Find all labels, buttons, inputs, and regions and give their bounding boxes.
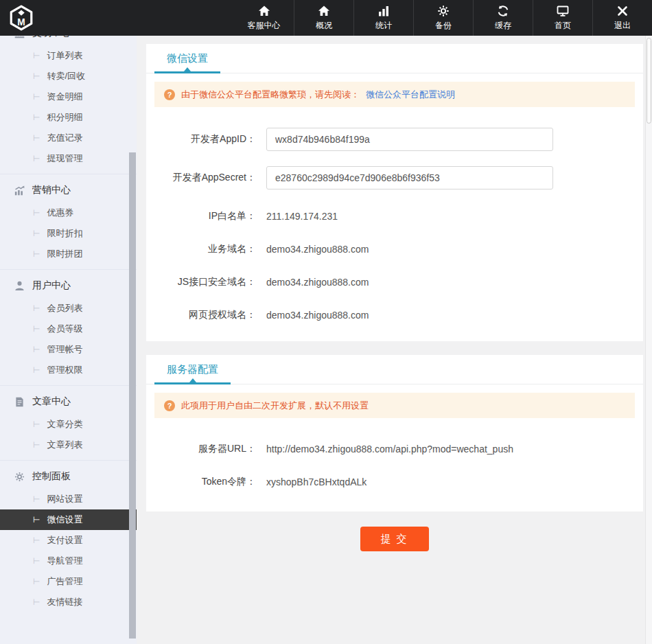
field-label-web-auth-domain: 网页授权域名： bbox=[167, 309, 256, 321]
sidebar-item-label: 文章分类 bbox=[47, 418, 82, 430]
sidebar-item-site-settings[interactable]: ⊢网站设置 bbox=[0, 489, 137, 509]
sidebar-section-head-trade[interactable]: 交易中心 bbox=[0, 36, 137, 43]
appid-input[interactable] bbox=[266, 128, 553, 151]
form-row-token: Token令牌：xyshopBh7cBHxtqdALk bbox=[167, 470, 622, 494]
field-value-server-url: http://demo34.zhigou888.com/api.php?mod=… bbox=[266, 437, 513, 461]
sidebar-scrollbar-thumb[interactable] bbox=[129, 152, 136, 639]
question-icon: ? bbox=[164, 400, 175, 411]
page-scrollbar[interactable] bbox=[645, 36, 652, 644]
submit-button[interactable]: 提 交 bbox=[360, 527, 429, 551]
monitor-icon bbox=[556, 4, 570, 18]
nav-item-label: 客服中心 bbox=[248, 20, 281, 32]
sidebar-section-head-panel[interactable]: 控制面板 bbox=[0, 466, 137, 487]
sidebar-item-label: 管理帐号 bbox=[47, 343, 82, 356]
sidebar-item-article-category[interactable]: ⊢文章分类 bbox=[0, 414, 137, 435]
sidebar-section-user: 用户中心⊢会员列表⊢会员等级⊢管理帐号⊢管理权限 bbox=[0, 269, 137, 380]
sidebar-item-label: 文章列表 bbox=[47, 439, 82, 451]
form-row-business-domain: 业务域名：demo34.zhigou888.com bbox=[167, 238, 622, 261]
sidebar-section-head-marketing[interactable]: 营销中心 bbox=[0, 180, 137, 200]
close-icon bbox=[616, 4, 629, 18]
tab-wechat-settings[interactable]: 微信设置 bbox=[154, 44, 220, 73]
sidebar-section-head-user[interactable]: 用户中心 bbox=[0, 275, 137, 296]
sidebar-item-member-level[interactable]: ⊢会员等级 bbox=[0, 319, 137, 339]
doc-icon bbox=[14, 396, 25, 408]
notice-banner: ? 此项用于用户自由二次开发扩展，默认不用设置 bbox=[154, 393, 635, 418]
branch-icon: ⊢ bbox=[33, 51, 40, 60]
sidebar-item-resell-recycle[interactable]: ⊢转卖/回收 bbox=[0, 66, 137, 87]
branch-icon: ⊢ bbox=[33, 249, 40, 259]
sidebar-section-marketing: 营销中心⊢优惠券⊢限时折扣⊢限时拼团 bbox=[0, 174, 137, 264]
question-icon: ? bbox=[164, 89, 175, 100]
sidebar-section-label: 营销中心 bbox=[32, 184, 71, 196]
sidebar-item-pay-settings[interactable]: ⊢支付设置 bbox=[0, 530, 137, 551]
sidebar-item-member-list[interactable]: ⊢会员列表 bbox=[0, 298, 137, 319]
field-label-token: Token令牌： bbox=[167, 476, 256, 488]
config-guide-link[interactable]: 微信公众平台配置说明 bbox=[366, 89, 455, 101]
nav-item-stats[interactable]: 统计 bbox=[353, 0, 413, 36]
sidebar: 交易中心⊢订单列表⊢转卖/回收⊢资金明细⊢积分明细⊢充值记录⊢提现管理营销中心⊢… bbox=[0, 36, 137, 644]
sidebar-item-order-list[interactable]: ⊢订单列表 bbox=[0, 45, 137, 66]
user-icon bbox=[14, 280, 25, 292]
sidebar-item-article-list[interactable]: ⊢文章列表 bbox=[0, 435, 137, 455]
notice-text: 由于微信公众平台配置略微繁琐，请先阅读： bbox=[181, 89, 360, 101]
sidebar-section-head-article[interactable]: 文章中心 bbox=[0, 391, 137, 412]
branch-icon: ⊢ bbox=[33, 71, 40, 81]
sidebar-item-nav-manage[interactable]: ⊢导航管理 bbox=[0, 551, 137, 571]
cube-m-logo-icon: M bbox=[8, 5, 34, 31]
sidebar-item-label: 管理权限 bbox=[47, 364, 82, 376]
nav-item-label: 统计 bbox=[375, 20, 392, 32]
sidebar-item-friend-links[interactable]: ⊢友情链接 bbox=[0, 592, 137, 612]
sidebar-item-flash-discount[interactable]: ⊢限时折扣 bbox=[0, 223, 137, 244]
sidebar-item-fund-detail[interactable]: ⊢资金明细 bbox=[0, 87, 137, 107]
sidebar-item-withdraw-manage[interactable]: ⊢提现管理 bbox=[0, 148, 137, 169]
top-navigation: 客服中心概况统计备份缓存首页退出 bbox=[234, 0, 652, 36]
nav-item-service-center[interactable]: 客服中心 bbox=[234, 0, 294, 36]
sidebar-item-label: 微信设置 bbox=[47, 514, 82, 526]
sidebar-item-coupon[interactable]: ⊢优惠券 bbox=[0, 203, 137, 223]
appsecret-input[interactable] bbox=[266, 166, 553, 189]
nav-item-overview[interactable]: 概况 bbox=[294, 0, 353, 36]
sidebar-item-ad-manage[interactable]: ⊢广告管理 bbox=[0, 571, 137, 592]
nav-item-label: 首页 bbox=[555, 20, 571, 32]
form-row-js-safe-domain: JS接口安全域名：demo34.zhigou888.com bbox=[167, 271, 622, 294]
app-logo[interactable]: M bbox=[8, 5, 34, 31]
sidebar-item-admin-account[interactable]: ⊢管理帐号 bbox=[0, 339, 137, 360]
tab-server-config[interactable]: 服务器配置 bbox=[154, 355, 231, 384]
form-row-server-url: 服务器URL：http://demo34.zhigou888.com/api.p… bbox=[167, 437, 622, 461]
branch-icon: ⊢ bbox=[33, 324, 40, 334]
field-label-ip-whitelist: IP白名单： bbox=[167, 210, 256, 222]
field-label-business-domain: 业务域名： bbox=[167, 243, 256, 255]
nav-item-homepage[interactable]: 首页 bbox=[533, 0, 592, 36]
sidebar-item-group-buy[interactable]: ⊢限时拼团 bbox=[0, 244, 137, 264]
page-scrollbar-thumb[interactable] bbox=[647, 38, 651, 124]
field-value-js-safe-domain: demo34.zhigou888.com bbox=[266, 271, 369, 294]
sidebar-item-label: 优惠券 bbox=[47, 207, 73, 219]
branch-icon: ⊢ bbox=[33, 597, 40, 607]
card-header: 服务器配置 bbox=[146, 355, 643, 384]
field-value-web-auth-domain: demo34.zhigou888.com bbox=[266, 303, 369, 327]
field-label-server-url: 服务器URL： bbox=[167, 443, 256, 455]
form-row-web-auth-domain: 网页授权域名：demo34.zhigou888.com bbox=[167, 303, 622, 327]
notice-text: 此项用于用户自由二次开发扩展，默认不用设置 bbox=[181, 400, 369, 412]
nav-item-cache[interactable]: 缓存 bbox=[473, 0, 533, 36]
trend-icon bbox=[14, 185, 25, 196]
branch-icon: ⊢ bbox=[33, 208, 40, 218]
notice-banner: ? 由于微信公众平台配置略微繁琐，请先阅读： 微信公众平台配置说明 bbox=[154, 82, 635, 107]
sidebar-item-label: 会员列表 bbox=[47, 302, 82, 314]
sidebar-item-wechat-settings[interactable]: ⊢微信设置 bbox=[0, 509, 137, 530]
nav-item-label: 备份 bbox=[435, 20, 452, 32]
nav-item-backup[interactable]: 备份 bbox=[413, 0, 473, 36]
branch-icon: ⊢ bbox=[33, 345, 40, 354]
sidebar-section-label: 文章中心 bbox=[32, 395, 71, 408]
sidebar-item-label: 资金明细 bbox=[47, 91, 82, 103]
branch-icon: ⊢ bbox=[33, 365, 40, 375]
branch-icon: ⊢ bbox=[33, 419, 40, 429]
branch-icon: ⊢ bbox=[33, 577, 40, 586]
sidebar-item-admin-permission[interactable]: ⊢管理权限 bbox=[0, 360, 137, 380]
svg-text:M: M bbox=[17, 17, 25, 27]
field-label-appsecret-input: 开发者AppSecret： bbox=[167, 172, 256, 184]
sidebar-item-label: 支付设置 bbox=[47, 534, 82, 547]
sidebar-item-points-detail[interactable]: ⊢积分明细 bbox=[0, 107, 137, 128]
sidebar-item-recharge-record[interactable]: ⊢充值记录 bbox=[0, 128, 137, 148]
nav-item-logout[interactable]: 退出 bbox=[592, 0, 652, 36]
